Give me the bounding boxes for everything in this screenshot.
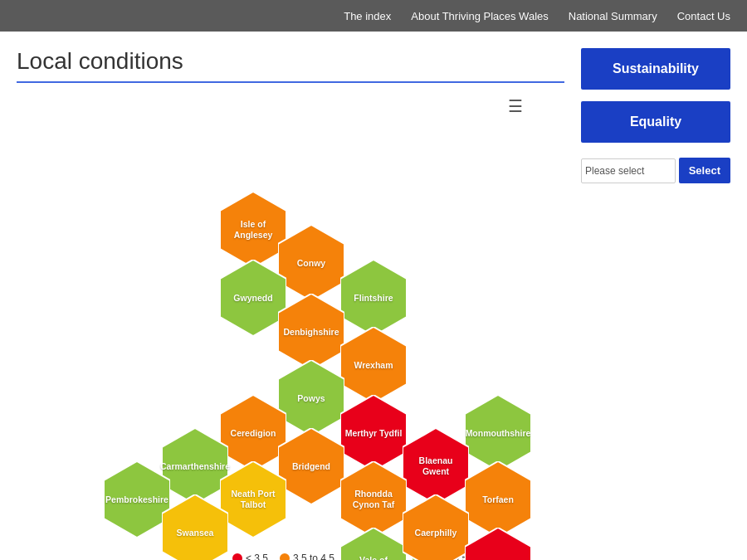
nav-contact[interactable]: Contact Us bbox=[677, 10, 730, 22]
menu-icon[interactable]: ☰ bbox=[508, 96, 523, 116]
legend-item: < 3.5 bbox=[232, 553, 268, 560]
hex-denbighshire[interactable]: Denbighshire bbox=[278, 294, 344, 370]
hex-map: ☰ Isle of AngleseyConwyGwyneddFlintshire… bbox=[17, 96, 531, 536]
select-button[interactable]: Select bbox=[679, 158, 730, 183]
hex-label: Ceredigion bbox=[227, 428, 280, 439]
hex-label: Monmouthshire bbox=[462, 428, 535, 439]
hex-merthyr-tydfil[interactable]: Merthyr Tydfil bbox=[340, 395, 407, 471]
legend-label: 3.5 to 4.5 bbox=[293, 553, 334, 560]
hex-caerphilly[interactable]: Caerphilly bbox=[403, 494, 469, 560]
sustainability-button[interactable]: Sustainability bbox=[581, 48, 730, 90]
hex-blaenau-gwent[interactable]: Blaenau Gwent bbox=[403, 428, 469, 504]
hex-swansea[interactable]: Swansea bbox=[162, 494, 228, 560]
hex-torfaen[interactable]: Torfaen bbox=[465, 461, 531, 538]
hex-carmarthenshire[interactable]: Carmarthenshire bbox=[162, 428, 228, 504]
hex-conwy[interactable]: Conwy bbox=[278, 225, 344, 301]
legend-color-dot bbox=[232, 553, 242, 560]
nav-about[interactable]: About Thriving Places Wales bbox=[411, 10, 548, 22]
hex-label: Caerphilly bbox=[412, 528, 461, 538]
hex-label: Pembrokeshire bbox=[102, 494, 172, 505]
nav-national-summary[interactable]: National Summary bbox=[569, 10, 657, 22]
legend-color-dot bbox=[280, 553, 290, 560]
hex-neath-port-talbot[interactable]: Neath Port Talbot bbox=[220, 461, 286, 538]
nav-the-index[interactable]: The index bbox=[344, 10, 391, 22]
hex-label: Gwynedd bbox=[230, 293, 276, 304]
hex-monmouthshire[interactable]: Monmouthshire bbox=[465, 395, 531, 471]
hex-wrexham[interactable]: Wrexham bbox=[340, 327, 407, 403]
hex-label: Isle of Anglesey bbox=[220, 219, 286, 240]
hex-rhondda-cynon-taf[interactable]: Rhondda Cynon Taf bbox=[340, 461, 407, 538]
hex-bridgend[interactable]: Bridgend bbox=[278, 428, 344, 504]
hex-label: Swansea bbox=[173, 528, 217, 538]
equality-button[interactable]: Equality bbox=[581, 101, 730, 143]
hex-label: Flintshire bbox=[350, 293, 396, 304]
hex-label: Wrexham bbox=[350, 360, 396, 371]
hex-label: Powys bbox=[294, 393, 328, 404]
hex-label: Blaenau Gwent bbox=[403, 455, 469, 476]
hex-ceredigion[interactable]: Ceredigion bbox=[220, 395, 286, 471]
right-panel: Sustainability Equality Please select Se… bbox=[564, 48, 730, 536]
page-title: Local conditions bbox=[17, 48, 564, 83]
left-panel: Local conditions ☰ Isle of AngleseyConwy… bbox=[17, 48, 564, 536]
hex-powys[interactable]: Powys bbox=[278, 360, 344, 436]
hex-label: Vale of Glamorgan bbox=[340, 555, 407, 560]
hex-flintshire[interactable]: Flintshire bbox=[340, 260, 407, 336]
hex-newport[interactable]: Newport bbox=[465, 528, 531, 560]
hex-label: Denbighshire bbox=[280, 327, 342, 338]
hex-gwynedd[interactable]: Gwynedd bbox=[220, 260, 286, 336]
hex-pembrokeshire[interactable]: Pembrokeshire bbox=[104, 461, 170, 538]
legend-label: < 3.5 bbox=[246, 553, 268, 560]
navigation: The index About Thriving Places Wales Na… bbox=[0, 0, 747, 32]
hex-label: Conwy bbox=[294, 258, 329, 269]
hex-label: Neath Port Talbot bbox=[220, 489, 286, 509]
legend-item: 3.5 to 4.5 bbox=[280, 553, 334, 560]
hex-label: Merthyr Tydfil bbox=[342, 428, 406, 439]
hex-isle-of-anglesey[interactable]: Isle of Anglesey bbox=[220, 192, 286, 268]
hex-label: Bridgend bbox=[289, 461, 334, 472]
area-select-row: Please select Select bbox=[581, 158, 730, 183]
hex-vale-of-glamorgan[interactable]: Vale of Glamorgan bbox=[340, 528, 407, 560]
hex-label: Rhondda Cynon Taf bbox=[340, 489, 407, 509]
hex-label: Torfaen bbox=[479, 494, 517, 505]
area-select[interactable]: Please select bbox=[581, 158, 676, 183]
hex-label: Carmarthenshire bbox=[157, 461, 233, 472]
